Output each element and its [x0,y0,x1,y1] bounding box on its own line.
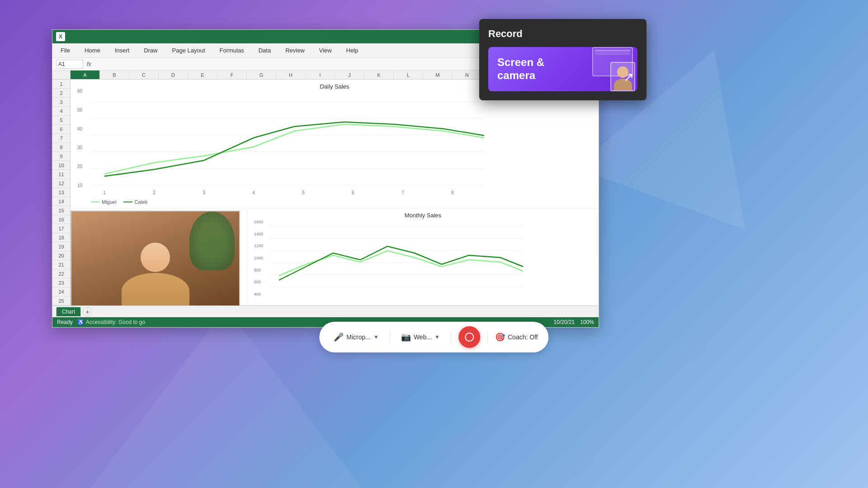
recording-toolbar: 🎤 Microp... ▼ 📷 Web... ▼ 🎯 Coach: Off [319,322,548,352]
monthly-chart-title: Monthly Sales [254,212,592,219]
col-header-c[interactable]: C [129,70,159,79]
row-11[interactable]: 11 [52,170,70,179]
y-axis-50: 50 [77,108,82,113]
menu-view[interactable]: View [316,45,335,56]
svg-text:4: 4 [252,190,255,195]
status-right: 10/20/21 100% [554,319,594,325]
row-1[interactable]: 1 [52,80,70,89]
y-axis-30: 30 [77,145,82,150]
row-23[interactable]: 23 [52,278,70,287]
svg-text:6: 6 [352,190,354,195]
svg-text:7: 7 [401,190,404,195]
y-axis-40: 40 [77,127,82,131]
row-8[interactable]: 8 [52,143,70,152]
row-9[interactable]: 9 [52,152,70,161]
row-12[interactable]: 12 [52,179,70,188]
add-sheet-button[interactable]: + [83,307,92,316]
menu-insert[interactable]: Insert [112,45,132,56]
row-25[interactable]: 25 [52,296,70,305]
menu-draw[interactable]: Draw [141,45,160,56]
camera-feed [71,211,240,305]
col-header-a[interactable]: A [71,70,100,79]
y-axis-20: 20 [77,164,82,169]
col-header-g[interactable]: G [247,70,276,79]
legend-caleb-label: Caleb [134,199,147,205]
cell-reference-input[interactable] [56,60,83,69]
record-panel: Record Screen &camera ↗ [479,19,646,100]
person-in-camera [122,243,189,305]
col-header-m[interactable]: M [423,70,453,79]
col-header-b[interactable]: B [100,70,129,79]
microphone-button[interactable]: 🎤 Microp... ▼ [330,330,382,344]
sheet-tabs: Chart + [52,305,599,317]
row-22[interactable]: 22 [52,269,70,278]
screen-camera-card[interactable]: Screen &camera ↗ [488,47,637,91]
microphone-dropdown-icon[interactable]: ▼ [373,334,379,340]
sheet-body: 1 2 3 4 5 6 7 8 9 10 11 12 13 14 15 16 1… [52,80,599,305]
row-10[interactable]: 10 [52,161,70,170]
row-24[interactable]: 24 [52,287,70,296]
corner-cell [52,70,71,79]
toolbar-divider-2 [451,331,451,343]
col-header-k[interactable]: K [364,70,394,79]
row-5[interactable]: 5 [52,116,70,125]
col-header-l[interactable]: L [394,70,423,79]
microphone-icon: 🎤 [334,332,344,342]
svg-text:5: 5 [302,190,305,195]
col-header-f[interactable]: F [217,70,247,79]
row-4[interactable]: 4 [52,107,70,116]
cursor-arrow-icon: ↗ [623,70,634,84]
record-button[interactable] [458,326,480,348]
row-17[interactable]: 17 [52,224,70,233]
monthly-sales-chart: Monthly Sales 1600 1400 1200 1000 800 60… [247,208,599,305]
legend-miguel-label: Miguel [102,199,116,205]
menu-formulas[interactable]: Formulas [217,45,247,56]
row-16[interactable]: 16 [52,215,70,224]
webcam-button[interactable]: 📷 Web... ▼ [397,330,443,344]
menu-file[interactable]: File [58,45,73,56]
my-axis-400: 400 [254,292,263,296]
webcam-dropdown-icon[interactable]: ▼ [434,334,440,340]
coach-icon: 🎯 [495,332,505,342]
row-13[interactable]: 13 [52,188,70,197]
row-15[interactable]: 15 [52,206,70,215]
row-7[interactable]: 7 [52,134,70,143]
status-zoom: 100% [580,319,594,325]
my-axis-1000: 1000 [254,256,263,260]
coach-label: Coach: Off [508,333,538,341]
spreadsheet-area: A B C D E F G H I J K L M N O P Q 1 2 3 [52,70,599,327]
screen-camera-label: Screen &camera [497,56,544,82]
menu-data[interactable]: Data [256,45,274,56]
row-21[interactable]: 21 [52,260,70,269]
col-header-j[interactable]: J [335,70,364,79]
row-3[interactable]: 3 [52,98,70,107]
webcam-icon: 📷 [401,332,411,342]
svg-text:8: 8 [451,190,454,195]
row-14[interactable]: 14 [52,197,70,206]
row-2[interactable]: 2 [52,89,70,98]
toolbar-divider-3 [487,331,488,343]
menu-pagelayout[interactable]: Page Layout [170,45,208,56]
col-header-n[interactable]: N [453,70,482,79]
legend-miguel: Miguel [91,199,116,205]
menu-review[interactable]: Review [283,45,307,56]
row-6[interactable]: 6 [52,125,70,134]
row-18[interactable]: 18 [52,233,70,242]
col-header-e[interactable]: E [188,70,217,79]
menu-help[interactable]: Help [344,45,361,56]
coach-button[interactable]: 🎯 Coach: Off [495,332,538,342]
col-header-i[interactable]: I [306,70,335,79]
row-19[interactable]: 19 [52,242,70,251]
my-axis-800: 800 [254,268,263,272]
row-20[interactable]: 20 [52,251,70,260]
chart-legend: Miguel Caleb [91,199,592,205]
col-header-d[interactable]: D [159,70,188,79]
row-numbers: 1 2 3 4 5 6 7 8 9 10 11 12 13 14 15 16 1… [52,80,71,305]
status-accessibility: ♿ Accessibility: Good to go [77,319,145,325]
microphone-label: Microp... [346,333,371,341]
col-header-h[interactable]: H [276,70,306,79]
menu-home[interactable]: Home [82,45,103,56]
y-axis-60: 60 [77,89,82,94]
sheet-tab-chart[interactable]: Chart [56,307,81,316]
legend-caleb: Caleb [123,199,147,205]
